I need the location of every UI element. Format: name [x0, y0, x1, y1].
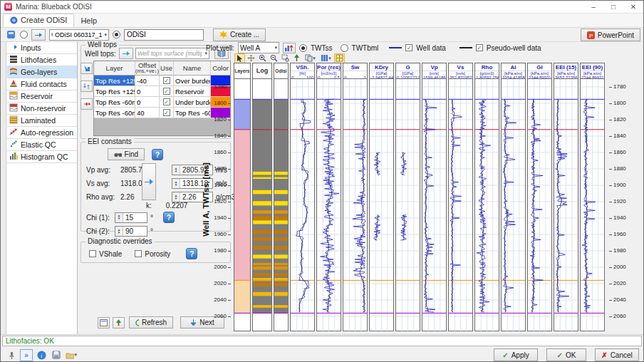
track-body[interactable] [501, 79, 526, 331]
track-body[interactable] [554, 79, 578, 331]
track-body[interactable] [290, 79, 315, 331]
cell-name[interactable]: Under burden [174, 97, 211, 107]
project-radio-off[interactable] [20, 31, 28, 38]
well-data-checkbox[interactable]: ✓ [405, 44, 412, 51]
track-header[interactable]: GI[kPa.s/m]2344.89931.2 [527, 63, 552, 79]
sidebar-item-inputs[interactable]: Inputs [7, 42, 77, 54]
project-combo[interactable]: ODiSI 060317_1 ▾ [49, 29, 109, 41]
cell-name[interactable]: Over burden [174, 76, 211, 86]
assign-welltops-button[interactable] [119, 48, 133, 59]
open-icon[interactable]: ▾ [65, 349, 78, 361]
sidebar-item-elastic-qc[interactable]: Elastic QC [7, 139, 77, 151]
table-move-button[interactable] [80, 63, 93, 74]
chi-help-icon[interactable]: ? [163, 212, 175, 223]
track-header[interactable]: Sw 01 [343, 63, 368, 79]
track-header[interactable]: EEI (90)[kPa.s/m]2344.89931.2 [580, 63, 605, 79]
cell-layer[interactable]: Top Res +125ms [94, 76, 135, 86]
track-body[interactable] [422, 79, 447, 331]
column-header-name[interactable]: Name [174, 61, 211, 75]
track-body[interactable] [448, 79, 473, 331]
tab-help[interactable]: Help [74, 15, 103, 27]
plot-well-combo[interactable]: Well A▾ [238, 42, 279, 53]
track-body[interactable] [474, 79, 499, 331]
info-icon[interactable]: i [35, 349, 48, 361]
column-header-offset[interactable]: Offset(ms,+ve↓) [135, 61, 160, 75]
sidebar-item-histogram-qc[interactable]: Histogram QC [7, 151, 77, 163]
track-header[interactable]: Odisi [274, 63, 289, 79]
column-header-color[interactable]: Color [211, 61, 230, 75]
odisi-name-input[interactable] [124, 29, 204, 41]
eei-help-icon[interactable]: ? [152, 149, 163, 160]
maximize-button[interactable]: □ [603, 1, 623, 13]
minimize-button[interactable]: – [583, 1, 603, 13]
column-header-use[interactable]: Use [160, 61, 174, 75]
cell-use-checkbox[interactable]: ✓ [160, 76, 174, 86]
track-header[interactable]: Vs[m/s]352.832957.1 [448, 63, 473, 79]
track-body[interactable] [252, 79, 272, 331]
depth-scale-button[interactable] [283, 43, 296, 53]
save-icon[interactable] [50, 349, 63, 361]
create-button[interactable]: Create ... [213, 29, 266, 41]
plot-settings-button[interactable] [98, 317, 110, 329]
expand-icon[interactable]: » [20, 349, 33, 361]
cell-use-checkbox[interactable]: ✓ [160, 86, 174, 96]
find-button[interactable]: Find [108, 148, 145, 160]
cell-name[interactable]: Top Res -60ms ... [174, 108, 211, 118]
zoom-out-tool[interactable] [269, 53, 279, 63]
copy-layout-tool[interactable]: ▾ [303, 53, 318, 63]
cancel-button[interactable]: ✗Cancel [595, 348, 639, 361]
welltops-surface-combo[interactable]: Well tops surface (multiple ▾ [135, 48, 209, 59]
cell-name[interactable]: Reservoir [174, 86, 211, 96]
track-header[interactable]: VSh.[%]0100 [290, 63, 315, 79]
track-header[interactable]: AI[kPa.s/m]3354.418587 [501, 63, 526, 79]
track-header[interactable]: Vp[m/s]1599.46186.7 [422, 63, 447, 79]
pin-icon[interactable] [5, 349, 18, 361]
copy-averages-button[interactable] [142, 163, 156, 200]
twtss-radio[interactable] [299, 44, 307, 52]
sidebar-item-fluid-contacts[interactable]: Fluid contacts [7, 78, 77, 90]
well-tree-tool[interactable] [291, 53, 302, 63]
cell-layer[interactable]: Top Res -60ms [94, 97, 135, 107]
go-arrow-button[interactable] [31, 29, 46, 41]
track-body[interactable] [527, 79, 552, 331]
track-body[interactable] [580, 79, 605, 331]
track-header[interactable]: Rho[g/cm3]1.80592.7566 [474, 63, 499, 79]
sidebar-item-reservoir[interactable]: Reservoir [7, 90, 77, 103]
track-body[interactable] [343, 79, 368, 331]
sidebar-item-auto-regression[interactable]: Auto-regression [7, 127, 77, 139]
well-tree-button[interactable] [113, 317, 125, 329]
table-delete-button[interactable] [80, 98, 93, 110]
track-body[interactable] [369, 79, 394, 331]
cell-offset[interactable]: 0 [135, 86, 160, 96]
pseudo-well-checkbox[interactable]: ✓ [476, 44, 483, 51]
cell-offset[interactable]: -40 [135, 76, 160, 86]
track-body[interactable] [234, 79, 251, 331]
cell-layer[interactable]: Top Res -60ms [94, 108, 135, 118]
cell-offset[interactable]: 40 [135, 108, 160, 118]
cell-use-checkbox[interactable]: ✓ [160, 97, 174, 107]
grid-tool[interactable] [334, 53, 345, 63]
track-header[interactable]: Por (res)[m3/m3]00.5 [316, 63, 341, 79]
track-header[interactable]: KDry[GPa]-3.94827.4418 [369, 63, 394, 79]
track-header[interactable]: Layers [234, 63, 251, 79]
chi1-stepper[interactable]: ▲▼15 [115, 212, 147, 223]
track-body[interactable] [316, 79, 341, 331]
track-header[interactable]: Log [252, 63, 272, 79]
track-header[interactable]: EEI (15)[kPa.s/m]3657.713562 [554, 63, 578, 79]
table-sort-button[interactable] [80, 81, 93, 92]
porosity-checkbox[interactable] [135, 250, 142, 257]
pointer-tool[interactable] [234, 53, 245, 63]
pan-tool[interactable] [246, 53, 256, 63]
sidebar-item-geo-layers[interactable]: Geo-layers [7, 66, 77, 78]
zoom-box-tool[interactable] [280, 53, 291, 63]
sidebar-item-lithofacies[interactable]: Lithofacies [7, 54, 77, 66]
odisi-radio-on[interactable] [113, 31, 120, 38]
new-icon[interactable] [5, 29, 16, 41]
cell-layer[interactable]: Top Res +125ms [94, 86, 135, 96]
track-body[interactable] [395, 79, 420, 331]
zoom-in-tool[interactable] [257, 53, 268, 63]
sidebar-item-non-reservoir[interactable]: Non-reservoir [7, 103, 77, 115]
cell-offset[interactable]: 0 [135, 97, 160, 107]
vshale-checkbox[interactable] [89, 250, 96, 257]
diagnostics-help-icon[interactable]: ? [186, 248, 197, 259]
